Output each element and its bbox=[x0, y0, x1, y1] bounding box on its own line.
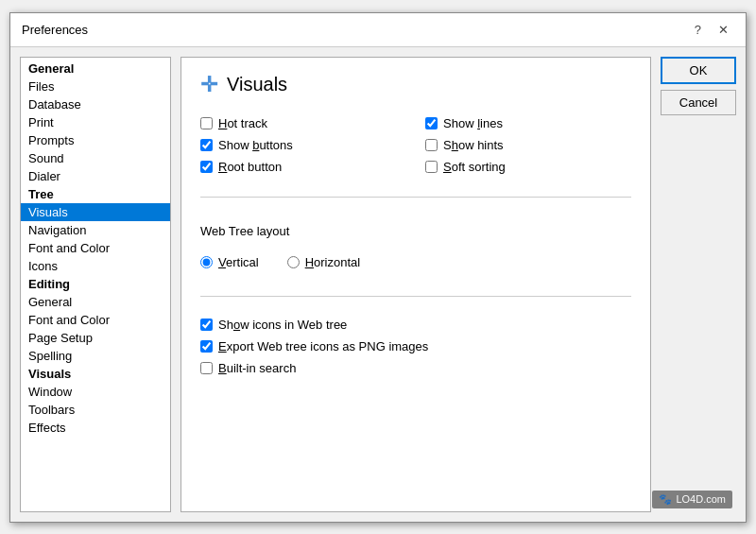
label-soft-sorting[interactable]: Soft sorting bbox=[443, 160, 506, 174]
sidebar-item-visuals-tree[interactable]: Visuals bbox=[21, 203, 170, 221]
checkbox-soft-sorting[interactable] bbox=[425, 161, 438, 173]
cancel-button[interactable]: Cancel bbox=[661, 90, 736, 115]
ok-button[interactable]: OK bbox=[661, 57, 736, 84]
dialog-body: GeneralFilesDatabasePrintPromptsSoundDia… bbox=[10, 47, 746, 522]
sidebar-item-editing-font[interactable]: Font and Color bbox=[21, 311, 170, 329]
checkbox-row-show-lines: Show lines bbox=[425, 116, 631, 130]
watermark: 🐾 LO4D.com bbox=[652, 491, 732, 508]
checkbox-show-buttons[interactable] bbox=[200, 139, 213, 151]
checkbox-row-show-hints: Show hints bbox=[425, 138, 631, 152]
checkbox-hot-track[interactable] bbox=[200, 117, 213, 129]
dialog-title: Preferences bbox=[22, 23, 88, 37]
checkbox-row-soft-sorting: Soft sorting bbox=[425, 160, 631, 174]
sidebar-item-sound[interactable]: Sound bbox=[21, 149, 170, 167]
radio-label-vertical[interactable]: Vertical bbox=[218, 255, 259, 269]
extra-options: Show icons in Web treeExport Web tree ic… bbox=[200, 318, 631, 375]
checkbox-root-button[interactable] bbox=[200, 161, 213, 173]
label-show-buttons[interactable]: Show buttons bbox=[218, 138, 293, 152]
radio-group: VerticalHorizontal bbox=[200, 255, 631, 269]
sidebar-item-window[interactable]: Window bbox=[21, 383, 170, 401]
checkbox-row-export-icons: Export Web tree icons as PNG images bbox=[200, 339, 631, 353]
preferences-dialog: Preferences ? ✕ GeneralFilesDatabasePrin… bbox=[9, 12, 747, 523]
sidebar-item-icons[interactable]: Icons bbox=[21, 257, 170, 275]
radio-horizontal[interactable] bbox=[287, 256, 300, 268]
sidebar-item-dialer[interactable]: Dialer bbox=[21, 167, 170, 185]
title-bar-controls: ? ✕ bbox=[689, 21, 734, 39]
divider2 bbox=[200, 296, 631, 297]
sidebar-item-toolbars[interactable]: Toolbars bbox=[21, 401, 170, 419]
sidebar-item-spelling[interactable]: Spelling bbox=[21, 347, 170, 365]
checkbox-export-icons[interactable] bbox=[200, 340, 213, 353]
radio-row-vertical: Vertical bbox=[200, 255, 259, 269]
sidebar: GeneralFilesDatabasePrintPromptsSoundDia… bbox=[20, 57, 171, 512]
label-root-button[interactable]: Root button bbox=[218, 160, 282, 174]
checkbox-show-icons[interactable] bbox=[200, 319, 213, 331]
radio-label-horizontal[interactable]: Horizontal bbox=[305, 255, 361, 269]
checkbox-row-show-buttons: Show buttons bbox=[200, 138, 406, 152]
sidebar-item-general[interactable]: General bbox=[21, 60, 170, 78]
sidebar-item-files[interactable]: Files bbox=[21, 78, 170, 95]
radio-row-horizontal: Horizontal bbox=[287, 255, 361, 269]
main-panel: ✛ Visuals Hot trackShow linesShow button… bbox=[180, 57, 651, 512]
visuals-icon: ✛ bbox=[200, 73, 217, 97]
label-show-icons[interactable]: Show icons in Web tree bbox=[218, 318, 347, 332]
checkbox-show-hints[interactable] bbox=[425, 139, 438, 151]
sidebar-item-tree[interactable]: Tree bbox=[21, 185, 170, 203]
radio-vertical[interactable] bbox=[200, 256, 213, 268]
checkbox-show-lines[interactable] bbox=[425, 117, 438, 129]
sidebar-item-print[interactable]: Print bbox=[21, 113, 170, 131]
sidebar-item-prompts[interactable]: Prompts bbox=[21, 131, 170, 149]
sidebar-item-editing[interactable]: Editing bbox=[21, 275, 170, 293]
title-bar: Preferences ? ✕ bbox=[10, 13, 746, 47]
label-export-icons[interactable]: Export Web tree icons as PNG images bbox=[218, 339, 428, 353]
checkbox-row-show-icons: Show icons in Web tree bbox=[200, 318, 631, 332]
sidebar-item-effects[interactable]: Effects bbox=[21, 419, 170, 437]
label-show-lines[interactable]: Show lines bbox=[443, 116, 503, 130]
checkbox-row-root-button: Root button bbox=[200, 160, 406, 174]
checkbox-row-hot-track: Hot track bbox=[200, 116, 406, 130]
help-button[interactable]: ? bbox=[689, 21, 707, 39]
watermark-icon: 🐾 bbox=[659, 493, 672, 506]
right-buttons: OK Cancel bbox=[661, 57, 736, 512]
checkbox-built-in-search[interactable] bbox=[200, 362, 213, 374]
divider bbox=[200, 197, 631, 198]
sidebar-item-database[interactable]: Database bbox=[21, 95, 170, 113]
panel-title: Visuals bbox=[227, 74, 287, 95]
sidebar-item-navigation[interactable]: Navigation bbox=[21, 221, 170, 239]
close-button[interactable]: ✕ bbox=[713, 21, 734, 39]
label-hot-track[interactable]: Hot track bbox=[218, 116, 267, 130]
options-grid: Hot trackShow linesShow buttonsShow hint… bbox=[200, 116, 631, 174]
sidebar-item-page-setup[interactable]: Page Setup bbox=[21, 329, 170, 347]
sidebar-item-visuals-main[interactable]: Visuals bbox=[21, 365, 170, 383]
web-tree-layout-label: Web Tree layout bbox=[200, 224, 631, 238]
checkbox-row-built-in-search: Built-in search bbox=[200, 361, 631, 375]
panel-header: ✛ Visuals bbox=[200, 73, 631, 97]
label-show-hints[interactable]: Show hints bbox=[443, 138, 504, 152]
sidebar-item-font-and-color[interactable]: Font and Color bbox=[21, 239, 170, 257]
sidebar-item-editing-general[interactable]: General bbox=[21, 293, 170, 311]
label-built-in-search[interactable]: Built-in search bbox=[218, 361, 296, 375]
watermark-text: LO4D.com bbox=[676, 493, 726, 505]
